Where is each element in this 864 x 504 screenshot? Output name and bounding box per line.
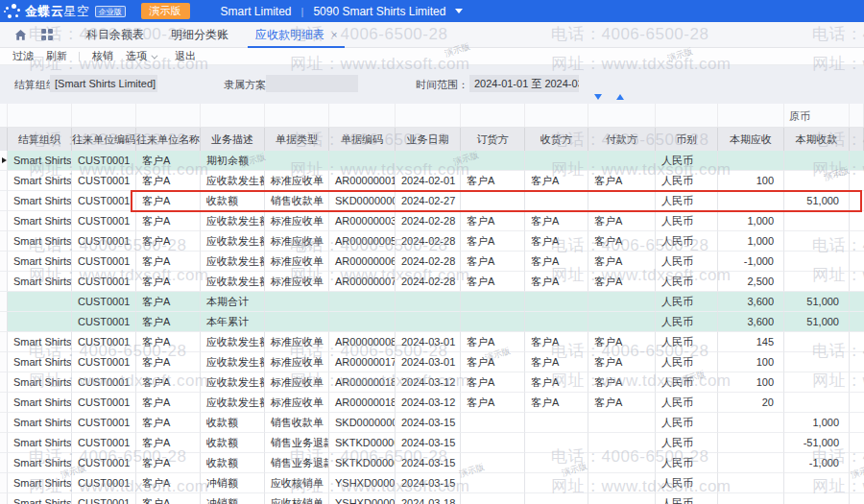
brand-primary: 金蝶云 [25, 4, 64, 18]
table-row[interactable]: CUST0001客户A本期合计人民币3,60051,000 [0, 292, 864, 312]
tab-bar: 科目余额表明细分类账应收款明细表× [0, 22, 864, 48]
cell-payer: 客户A [588, 252, 656, 272]
table-row[interactable]: Smart Shirts LimCUST0001客户A应收款发生额标准应收单AR… [0, 171, 864, 191]
table-row[interactable]: Smart Shirts LimCUST0001客户A应收款发生额标准应收单AR… [0, 332, 864, 352]
table-row[interactable]: Smart Shirts LimCUST0001客户A应收款发生额标准应收单AR… [0, 231, 864, 252]
cell-consignee: 客户A [525, 171, 588, 191]
row-indicator [0, 211, 8, 231]
table-row[interactable]: Smart Shirts LimCUST0001客户A收款额销售业务退款单SKT… [0, 433, 864, 453]
column-header-partner-code[interactable]: 往来单位编码 [72, 128, 136, 151]
row-indicator [0, 332, 8, 352]
table-row[interactable]: Smart Shirts LimCUST0001客户A应收款发生额标准应收单AR… [0, 252, 864, 272]
cell-partner-name: 客户A [136, 252, 201, 272]
options-dropdown[interactable]: 选项 [126, 49, 156, 63]
cell-receivable [718, 413, 784, 433]
tab-科目余额表[interactable]: 科目余额表 [73, 22, 157, 48]
group-cell [396, 104, 461, 127]
table-body: Smart Shirts LimCUST0001客户A期初余额人民币Smart … [0, 151, 864, 504]
column-header-blank[interactable] [850, 128, 864, 151]
cell-receivable [718, 493, 784, 504]
refresh-button[interactable]: 刷新 [46, 49, 67, 63]
app-window: 金蝶云星空 企业版 演示版 Smart Limited | 5090 Smart… [0, 0, 864, 504]
cell-doc-type: 标准应收单 [265, 352, 329, 372]
cell-biz-date [396, 151, 461, 171]
table-row[interactable]: Smart Shirts LimCUST0001客户A应收款发生额标准应收单AR… [0, 393, 864, 413]
column-header-currency[interactable]: 币别 [656, 128, 718, 151]
column-header-doc-no[interactable]: 单据编码 [329, 128, 396, 151]
group-cell [201, 104, 265, 127]
tab-明细分类账[interactable]: 明细分类账 [157, 22, 242, 48]
tab-应收款明细表[interactable]: 应收款明细表× [242, 22, 350, 48]
cell-receivable [718, 151, 784, 171]
toolbar-separator [79, 52, 80, 61]
cell-clipped [850, 272, 864, 292]
column-header-received[interactable]: 本期收款 [784, 128, 850, 151]
cell-clipped [850, 332, 864, 352]
home-icon[interactable] [13, 28, 28, 42]
cell-partner-name: 客户A [136, 211, 201, 231]
cell-biz-date: 2024-02-27 [396, 191, 461, 211]
cell-currency: 人民币 [656, 171, 718, 191]
cell-clipped [850, 252, 864, 272]
demo-version-badge[interactable]: 演示版 [141, 3, 190, 19]
table-row[interactable]: Smart Shirts LimCUST0001客户A应收款发生额标准应收单AR… [0, 352, 864, 372]
column-header-blank[interactable] [0, 128, 8, 151]
row-indicator [0, 473, 8, 493]
column-header-consignee[interactable]: 收货方 [525, 128, 588, 151]
verify-button[interactable]: 核销 [92, 49, 113, 63]
table-row[interactable]: Smart Shirts LimCUST0001客户A应收款发生额标准应收单AR… [0, 211, 864, 231]
row-indicator [0, 433, 8, 453]
cell-partner-name: 客户A [136, 312, 201, 332]
column-header-org[interactable]: 结算组织 [8, 128, 72, 151]
column-header-partner-name[interactable]: 往来单位名称 [136, 128, 201, 151]
column-header-payer[interactable]: 付款方 [588, 128, 656, 151]
column-header-biz-date[interactable]: 业务日期 [396, 128, 461, 151]
table-row[interactable]: Smart Shirts LimCUST0001客户A冲销额应收核销单YSHXD… [0, 493, 864, 504]
cell-biz-date: 2024-02-28 [396, 272, 461, 292]
expand-up-icon[interactable] [616, 94, 624, 100]
date-range-field[interactable]: 2024-01-01 至 2024-03-31 [469, 75, 579, 92]
table-row[interactable]: Smart Shirts LimCUST0001客户A收款额销售收款单SKD00… [0, 413, 864, 433]
cell-receivable: 2,500 [718, 272, 784, 292]
cell-currency: 人民币 [656, 272, 718, 292]
cell-org: Smart Shirts Lim [8, 332, 72, 352]
column-header-biz-desc[interactable]: 业务描述 [201, 128, 265, 151]
cell-payer [588, 312, 656, 332]
table-row[interactable]: Smart Shirts LimCUST0001客户A应收款发生额标准应收单AR… [0, 272, 864, 292]
cell-org: Smart Shirts Lim [8, 372, 72, 393]
workspace-name[interactable]: Smart Limited [221, 5, 292, 18]
cell-doc-type: 标准应收单 [265, 393, 329, 413]
apps-grid-icon[interactable] [41, 29, 54, 41]
column-header-orderer[interactable]: 订货方 [461, 128, 525, 151]
cell-partner-code: CUST0001 [72, 312, 136, 332]
table-row[interactable]: Smart Shirts LimCUST0001客户A冲销额应收核销单YSHXD… [0, 473, 864, 493]
cell-clipped [850, 211, 864, 231]
cell-partner-name: 客户A [136, 151, 201, 171]
org-selector[interactable]: 5090 Smart Shirts Limited [313, 5, 445, 18]
collapse-down-icon[interactable] [594, 94, 602, 100]
table-row[interactable]: Smart Shirts LimCUST0001客户A收款额销售业务退款单SKT… [0, 453, 864, 473]
cell-biz-date: 2024-03-12 [396, 393, 461, 413]
cell-payer [588, 453, 656, 473]
cell-doc-no: AR00000018 [329, 372, 396, 393]
group-cell [265, 104, 329, 127]
table-row[interactable]: CUST0001客户A本年累计人民币3,60051,000 [0, 312, 864, 332]
cell-partner-code: CUST0001 [72, 292, 136, 312]
caret-down-icon[interactable] [455, 9, 463, 13]
settle-org-field[interactable]: [Smart Shirts Limited] [50, 75, 157, 92]
table-row[interactable]: Smart Shirts LimCUST0001客户A收款额销售收款单SKD00… [0, 191, 864, 211]
column-header-receivable[interactable]: 本期应收 [718, 128, 784, 151]
cell-partner-name: 客户A [136, 433, 201, 453]
cell-consignee: 客户A [525, 352, 588, 372]
scheme-field[interactable] [266, 75, 358, 92]
filter-button[interactable]: 过滤 [12, 49, 34, 63]
column-header-doc-type[interactable]: 单据类型 [265, 128, 329, 151]
table-row[interactable]: Smart Shirts LimCUST0001客户A应收款发生额标准应收单AR… [0, 372, 864, 393]
exit-button[interactable]: 退出 [175, 49, 196, 63]
close-tab-icon[interactable]: × [331, 29, 337, 40]
cell-orderer: 客户A [461, 332, 525, 352]
cell-partner-code: CUST0001 [72, 272, 136, 292]
row-indicator [0, 231, 8, 252]
table-row[interactable]: Smart Shirts LimCUST0001客户A期初余额人民币 [0, 151, 864, 171]
cell-doc-type [265, 151, 329, 171]
